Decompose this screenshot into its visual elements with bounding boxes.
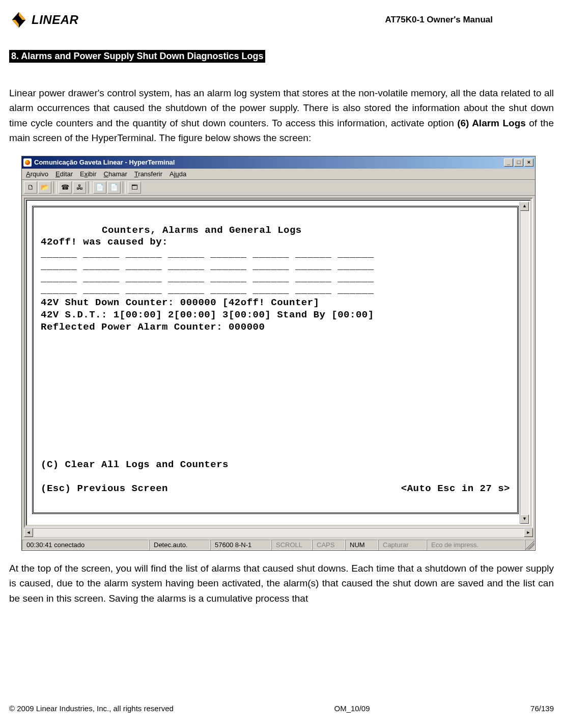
outro-paragraph: At the top of the screen, you will find …	[9, 561, 554, 606]
menubar: Arquivo Editar Exibir Chamar Transferir …	[22, 169, 535, 180]
logo: LINEAR	[9, 10, 78, 30]
status-echo: Eco de impress.	[427, 540, 525, 550]
page-header: LINEAR AT75K0-1 Owner's Manual	[9, 10, 554, 30]
terminal-opt-prev: (Esc) Previous Screen	[41, 483, 168, 495]
toolbar-properties-button[interactable]: 🗔	[128, 181, 141, 194]
close-button[interactable]: ×	[524, 158, 533, 167]
toolbar-separator	[53, 181, 57, 194]
terminal-dash-row: ______ ______ ______ ______ ______ _____…	[41, 285, 374, 296]
status-baud: 57600 8-N-1	[210, 540, 271, 550]
terminal-content: Counters, Alarms and General Logs42off! …	[32, 206, 519, 514]
terminal-title: Counters, Alarms and General Logs	[41, 225, 510, 237]
menu-exibir[interactable]: Exibir	[80, 170, 97, 178]
toolbar-send-button[interactable]: 📄	[93, 181, 106, 194]
intro-text-bold: (6) Alarm Logs	[457, 118, 526, 128]
toolbar-separator	[123, 181, 126, 194]
scroll-down-button[interactable]: ▼	[520, 515, 529, 524]
menu-chamar[interactable]: Chamar	[104, 170, 127, 178]
status-detect: Detec.auto.	[149, 540, 210, 550]
footer-copyright: © 2009 Linear Industries, Inc., all righ…	[9, 704, 174, 713]
resize-grip-icon[interactable]	[525, 540, 535, 550]
scroll-left-button[interactable]: ◄	[24, 528, 33, 537]
scroll-track[interactable]	[520, 211, 529, 515]
toolbar-new-button[interactable]: 🗋	[24, 181, 37, 194]
menu-editar[interactable]: Editar	[55, 170, 73, 178]
scroll-right-button[interactable]: ►	[524, 528, 533, 537]
terminal-dash-row: ______ ______ ______ ______ ______ _____…	[41, 249, 374, 260]
terminal-opt-clear: (C) Clear All Logs and Counters	[41, 459, 510, 471]
vertical-scrollbar[interactable]: ▲ ▼	[520, 202, 529, 524]
status-connection: 00:30:41 conectado	[22, 540, 149, 550]
terminal-line-refl: Reflected Power Alarm Counter: 000000	[41, 321, 265, 333]
terminal-line-caused: 42off! was caused by:	[41, 236, 168, 248]
titlebar[interactable]: Comunicação Gaveta Linear - HyperTermina…	[22, 156, 535, 169]
terminal-area[interactable]: Counters, Alarms and General Logs42off! …	[26, 200, 531, 526]
statusbar: 00:30:41 conectado Detec.auto. 57600 8-N…	[22, 539, 535, 550]
logo-mark-icon	[9, 10, 29, 30]
section-heading: 8. Alarms and Power Supply Shut Down Dia…	[9, 50, 265, 63]
status-num: NUM	[345, 540, 378, 550]
toolbar-disconnect-button[interactable]: 🖧	[73, 181, 86, 194]
menu-transferir[interactable]: Transferir	[134, 170, 162, 178]
toolbar-separator	[88, 181, 91, 194]
menu-ajuda[interactable]: Ajuda	[170, 170, 186, 178]
scroll-up-button[interactable]: ▲	[520, 202, 529, 211]
window: Comunicação Gaveta Linear - HyperTermina…	[21, 156, 536, 551]
document-title: AT75K0-1 Owner's Manual	[385, 15, 493, 25]
status-scroll: SCROLL	[271, 540, 312, 550]
maximize-button[interactable]: □	[514, 158, 523, 167]
terminal-dash-row: ______ ______ ______ ______ ______ _____…	[41, 261, 374, 272]
toolbar-receive-button[interactable]: 📄	[107, 181, 121, 194]
app-icon	[23, 158, 32, 167]
window-title: Comunicação Gaveta Linear - HyperTermina…	[34, 158, 175, 166]
toolbar: 🗋 📂 ☎ 🖧 📄 📄 🗔	[22, 180, 535, 196]
terminal-auto-esc: <Auto Esc in 27 s>	[401, 483, 510, 495]
footer-docid: OM_10/09	[334, 704, 370, 713]
minimize-button[interactable]: _	[504, 158, 513, 167]
toolbar-connect-button[interactable]: ☎	[59, 181, 72, 194]
hyperterminal-screenshot: Comunicação Gaveta Linear - HyperTermina…	[21, 156, 536, 551]
horizontal-scrollbar[interactable]: ◄ ►	[24, 528, 533, 537]
intro-paragraph: Linear power drawer's control system, ha…	[9, 86, 554, 146]
logo-text: LINEAR	[32, 13, 78, 27]
toolbar-open-button[interactable]: 📂	[38, 181, 51, 194]
footer-page-number: 76/139	[530, 704, 554, 713]
menu-arquivo[interactable]: Arquivo	[26, 170, 48, 178]
terminal-line-sdt: 42V S.D.T.: 1[00:00] 2[00:00] 3[00:00] S…	[41, 309, 374, 320]
page-footer: © 2009 Linear Industries, Inc., all righ…	[9, 704, 554, 713]
status-caps: CAPS	[312, 540, 345, 550]
scroll-track[interactable]	[33, 528, 524, 537]
terminal-dash-row: ______ ______ ______ ______ ______ _____…	[41, 273, 374, 284]
terminal-line-sd-counter: 42V Shut Down Counter: 000000 [42off! Co…	[41, 297, 320, 308]
status-capture: Capturar	[378, 540, 427, 550]
